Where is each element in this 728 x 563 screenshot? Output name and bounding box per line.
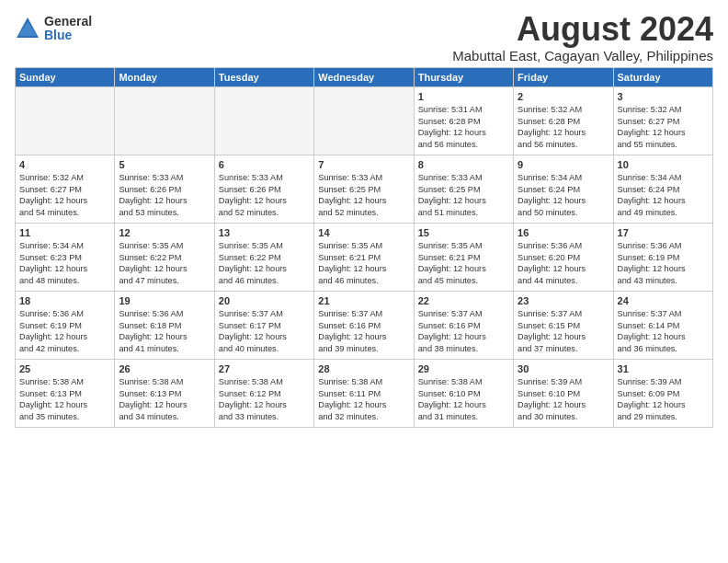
header-friday: Friday bbox=[514, 67, 613, 86]
day-info: Sunrise: 5:37 AM Sunset: 6:15 PM Dayligh… bbox=[518, 308, 609, 354]
calendar-week-row: 25Sunrise: 5:38 AM Sunset: 6:13 PM Dayli… bbox=[16, 359, 713, 427]
day-number: 22 bbox=[418, 294, 509, 308]
table-row: 10Sunrise: 5:34 AM Sunset: 6:24 PM Dayli… bbox=[613, 155, 712, 223]
day-info: Sunrise: 5:34 AM Sunset: 6:23 PM Dayligh… bbox=[19, 240, 110, 286]
table-row: 27Sunrise: 5:38 AM Sunset: 6:12 PM Dayli… bbox=[214, 359, 313, 427]
day-number: 19 bbox=[119, 294, 210, 308]
day-number: 16 bbox=[518, 226, 609, 240]
logo-text: General Blue bbox=[44, 15, 92, 43]
day-info: Sunrise: 5:36 AM Sunset: 6:19 PM Dayligh… bbox=[618, 240, 709, 286]
table-row: 4Sunrise: 5:32 AM Sunset: 6:27 PM Daylig… bbox=[16, 155, 115, 223]
table-row: 26Sunrise: 5:38 AM Sunset: 6:13 PM Dayli… bbox=[115, 359, 214, 427]
day-info: Sunrise: 5:34 AM Sunset: 6:24 PM Dayligh… bbox=[518, 172, 609, 218]
location-subtitle: Mabuttal East, Cagayan Valley, Philippin… bbox=[452, 48, 713, 63]
logo-general: General bbox=[44, 15, 92, 29]
day-number: 31 bbox=[618, 362, 709, 376]
day-info: Sunrise: 5:36 AM Sunset: 6:18 PM Dayligh… bbox=[119, 308, 210, 354]
table-row: 20Sunrise: 5:37 AM Sunset: 6:17 PM Dayli… bbox=[214, 291, 313, 359]
day-number: 8 bbox=[418, 158, 509, 172]
table-row: 15Sunrise: 5:35 AM Sunset: 6:21 PM Dayli… bbox=[414, 223, 513, 291]
header-wednesday: Wednesday bbox=[314, 67, 414, 86]
table-row: 11Sunrise: 5:34 AM Sunset: 6:23 PM Dayli… bbox=[16, 223, 115, 291]
table-row: 23Sunrise: 5:37 AM Sunset: 6:15 PM Dayli… bbox=[514, 291, 613, 359]
table-row: 14Sunrise: 5:35 AM Sunset: 6:21 PM Dayli… bbox=[314, 223, 414, 291]
day-info: Sunrise: 5:34 AM Sunset: 6:24 PM Dayligh… bbox=[618, 172, 709, 218]
day-info: Sunrise: 5:37 AM Sunset: 6:17 PM Dayligh… bbox=[219, 308, 310, 354]
day-info: Sunrise: 5:38 AM Sunset: 6:10 PM Dayligh… bbox=[418, 376, 509, 422]
header-tuesday: Tuesday bbox=[214, 67, 313, 86]
day-info: Sunrise: 5:39 AM Sunset: 6:09 PM Dayligh… bbox=[618, 376, 709, 422]
day-info: Sunrise: 5:35 AM Sunset: 6:22 PM Dayligh… bbox=[119, 240, 210, 286]
day-number: 23 bbox=[518, 294, 609, 308]
table-row: 21Sunrise: 5:37 AM Sunset: 6:16 PM Dayli… bbox=[314, 291, 414, 359]
day-number: 30 bbox=[518, 362, 609, 376]
day-info: Sunrise: 5:33 AM Sunset: 6:25 PM Dayligh… bbox=[318, 172, 409, 218]
table-row bbox=[314, 86, 414, 155]
day-info: Sunrise: 5:33 AM Sunset: 6:25 PM Dayligh… bbox=[418, 172, 509, 218]
header: General Blue August 2024 Mabuttal East, … bbox=[15, 11, 713, 63]
table-row: 5Sunrise: 5:33 AM Sunset: 6:26 PM Daylig… bbox=[115, 155, 214, 223]
table-row: 2Sunrise: 5:32 AM Sunset: 6:28 PM Daylig… bbox=[514, 86, 613, 155]
table-row: 25Sunrise: 5:38 AM Sunset: 6:13 PM Dayli… bbox=[16, 359, 115, 427]
table-row bbox=[115, 86, 214, 155]
table-row: 24Sunrise: 5:37 AM Sunset: 6:14 PM Dayli… bbox=[613, 291, 712, 359]
day-info: Sunrise: 5:39 AM Sunset: 6:10 PM Dayligh… bbox=[518, 376, 609, 422]
day-number: 2 bbox=[518, 90, 609, 104]
day-info: Sunrise: 5:36 AM Sunset: 6:19 PM Dayligh… bbox=[19, 308, 110, 354]
logo-icon bbox=[15, 16, 40, 41]
main-container: General Blue August 2024 Mabuttal East, … bbox=[0, 0, 728, 435]
day-info: Sunrise: 5:38 AM Sunset: 6:13 PM Dayligh… bbox=[19, 376, 110, 422]
header-thursday: Thursday bbox=[414, 67, 513, 86]
table-row: 19Sunrise: 5:36 AM Sunset: 6:18 PM Dayli… bbox=[115, 291, 214, 359]
day-info: Sunrise: 5:38 AM Sunset: 6:11 PM Dayligh… bbox=[318, 376, 409, 422]
table-row: 29Sunrise: 5:38 AM Sunset: 6:10 PM Dayli… bbox=[414, 359, 513, 427]
logo-blue: Blue bbox=[44, 29, 92, 42]
day-number: 18 bbox=[19, 294, 110, 308]
table-row: 30Sunrise: 5:39 AM Sunset: 6:10 PM Dayli… bbox=[514, 359, 613, 427]
header-sunday: Sunday bbox=[16, 67, 115, 86]
day-number: 1 bbox=[418, 90, 509, 104]
table-row: 1Sunrise: 5:31 AM Sunset: 6:28 PM Daylig… bbox=[414, 86, 513, 155]
table-row: 8Sunrise: 5:33 AM Sunset: 6:25 PM Daylig… bbox=[414, 155, 513, 223]
day-number: 11 bbox=[19, 226, 110, 240]
table-row: 16Sunrise: 5:36 AM Sunset: 6:20 PM Dayli… bbox=[514, 223, 613, 291]
day-number: 29 bbox=[418, 362, 509, 376]
calendar-week-row: 11Sunrise: 5:34 AM Sunset: 6:23 PM Dayli… bbox=[16, 223, 713, 291]
header-saturday: Saturday bbox=[613, 67, 712, 86]
table-row: 22Sunrise: 5:37 AM Sunset: 6:16 PM Dayli… bbox=[414, 291, 513, 359]
calendar-week-row: 4Sunrise: 5:32 AM Sunset: 6:27 PM Daylig… bbox=[16, 155, 713, 223]
calendar-header-row: Sunday Monday Tuesday Wednesday Thursday… bbox=[16, 67, 713, 86]
day-number: 12 bbox=[119, 226, 210, 240]
day-number: 9 bbox=[518, 158, 609, 172]
day-info: Sunrise: 5:35 AM Sunset: 6:21 PM Dayligh… bbox=[418, 240, 509, 286]
day-number: 14 bbox=[318, 226, 409, 240]
day-number: 25 bbox=[19, 362, 110, 376]
calendar-table: Sunday Monday Tuesday Wednesday Thursday… bbox=[15, 67, 713, 428]
table-row: 28Sunrise: 5:38 AM Sunset: 6:11 PM Dayli… bbox=[314, 359, 414, 427]
title-block: August 2024 Mabuttal East, Cagayan Valle… bbox=[452, 11, 713, 63]
day-info: Sunrise: 5:38 AM Sunset: 6:12 PM Dayligh… bbox=[219, 376, 310, 422]
day-number: 24 bbox=[618, 294, 709, 308]
day-number: 5 bbox=[119, 158, 210, 172]
day-info: Sunrise: 5:37 AM Sunset: 6:16 PM Dayligh… bbox=[418, 308, 509, 354]
day-number: 20 bbox=[219, 294, 310, 308]
day-info: Sunrise: 5:33 AM Sunset: 6:26 PM Dayligh… bbox=[219, 172, 310, 218]
table-row: 31Sunrise: 5:39 AM Sunset: 6:09 PM Dayli… bbox=[613, 359, 712, 427]
day-number: 21 bbox=[318, 294, 409, 308]
day-info: Sunrise: 5:32 AM Sunset: 6:27 PM Dayligh… bbox=[618, 104, 709, 150]
day-number: 26 bbox=[119, 362, 210, 376]
logo: General Blue bbox=[15, 15, 92, 43]
day-number: 15 bbox=[418, 226, 509, 240]
table-row: 18Sunrise: 5:36 AM Sunset: 6:19 PM Dayli… bbox=[16, 291, 115, 359]
month-year-title: August 2024 bbox=[452, 11, 713, 48]
table-row: 6Sunrise: 5:33 AM Sunset: 6:26 PM Daylig… bbox=[214, 155, 313, 223]
day-info: Sunrise: 5:32 AM Sunset: 6:27 PM Dayligh… bbox=[19, 172, 110, 218]
day-info: Sunrise: 5:35 AM Sunset: 6:21 PM Dayligh… bbox=[318, 240, 409, 286]
day-info: Sunrise: 5:33 AM Sunset: 6:26 PM Dayligh… bbox=[119, 172, 210, 218]
table-row: 7Sunrise: 5:33 AM Sunset: 6:25 PM Daylig… bbox=[314, 155, 414, 223]
table-row bbox=[16, 86, 115, 155]
day-number: 3 bbox=[618, 90, 709, 104]
table-row bbox=[214, 86, 313, 155]
day-number: 4 bbox=[19, 158, 110, 172]
svg-marker-1 bbox=[18, 21, 37, 36]
